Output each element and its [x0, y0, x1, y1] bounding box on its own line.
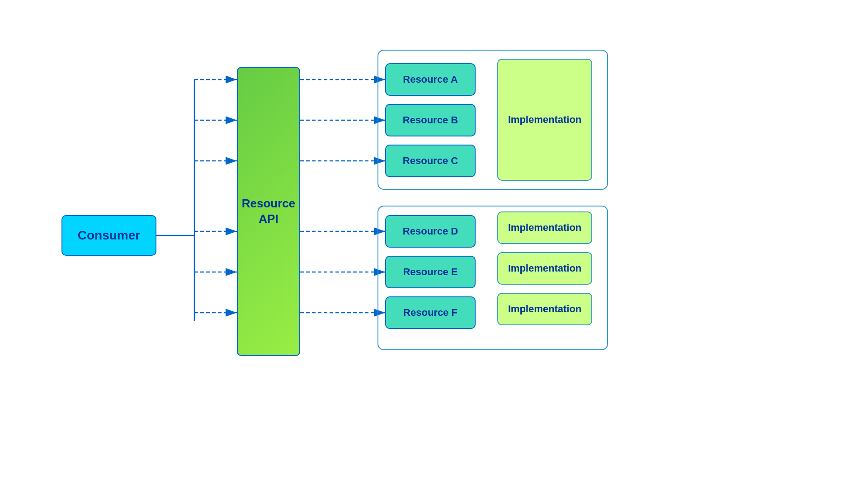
impl-f-label: Implementation	[508, 303, 582, 315]
impl-top-box: Implementation	[497, 59, 592, 181]
impl-e-label: Implementation	[508, 263, 582, 274]
consumer-label: Consumer	[78, 228, 140, 243]
impl-d-box: Implementation	[497, 211, 592, 244]
impl-f-box: Implementation	[497, 293, 592, 325]
impl-top-label: Implementation	[508, 114, 582, 126]
resource-api-label: ResourceAPI	[242, 196, 296, 227]
impl-e-box: Implementation	[497, 252, 592, 285]
resource-d-box: Resource D	[385, 215, 476, 248]
impl-d-label: Implementation	[508, 222, 582, 234]
resource-d-label: Resource D	[403, 225, 458, 237]
resource-f-label: Resource F	[403, 307, 458, 319]
resource-e-label: Resource E	[403, 266, 458, 278]
resource-f-box: Resource F	[385, 296, 476, 329]
resource-a-label: Resource A	[403, 74, 458, 85]
resource-a-box: Resource A	[385, 63, 476, 96]
resource-b-label: Resource B	[403, 114, 458, 126]
resource-e-box: Resource E	[385, 256, 476, 288]
resource-api-box: ResourceAPI	[237, 67, 300, 356]
resource-b-box: Resource B	[385, 104, 476, 136]
resource-c-box: Resource C	[385, 145, 476, 177]
resource-c-label: Resource C	[403, 155, 458, 167]
consumer-box: Consumer	[61, 215, 156, 256]
diagram-container: Consumer ResourceAPI Resource A Resource…	[0, 0, 868, 488]
